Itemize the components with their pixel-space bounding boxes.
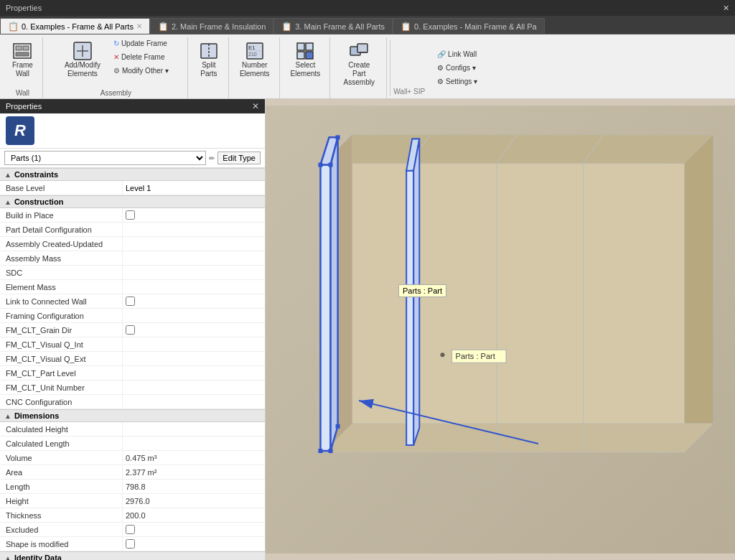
prop-length: Length 798.8 [0, 480, 265, 494]
link-wall-button[interactable]: 🔗 Link Wall [434, 48, 481, 60]
ribbon: FrameWall Wall Add/ModifyElements ↻ [0, 34, 735, 99]
delete-frame-label: Delete Frame [121, 53, 165, 61]
svg-rect-38 [318, 163, 322, 167]
dimensions-expand-icon: ▲ [4, 412, 11, 420]
section-dimensions: ▲ Dimensions [0, 409, 265, 422]
base-level-input[interactable] [126, 184, 262, 192]
excluded-checkbox[interactable] [126, 525, 135, 534]
update-frame-button[interactable]: ↻ Update Frame [110, 37, 172, 50]
prop-base-level-value[interactable] [122, 181, 265, 195]
construction-label: Construction [14, 197, 63, 206]
tab-examples-all-close[interactable]: ✕ [136, 22, 142, 30]
fm-clt-grain-checkbox[interactable] [126, 325, 135, 335]
number-elements-icon: E1 210 [245, 41, 265, 61]
tab-bar: 📋 0. Examples - Frame & All Parts ✕ 📋 2.… [0, 16, 735, 34]
prop-build-in-place: Build in Place [0, 208, 265, 223]
prop-calc-height-value [122, 422, 265, 436]
prop-height: Height 2976.0 [0, 494, 265, 508]
prop-fm-clt-grain-name: FM_CLT_Grain Dir [0, 323, 122, 337]
prop-sdc-value [122, 266, 265, 279]
modify-other-label: Modify Other ▾ [122, 67, 169, 75]
svg-marker-32 [406, 171, 413, 445]
delete-frame-button[interactable]: ✕ Delete Frame [110, 51, 172, 63]
configs-label: Configs ▾ [446, 64, 476, 72]
prop-shape-modified-value[interactable] [122, 537, 265, 551]
prop-cnc-config-name: CNC Configuration [0, 395, 122, 409]
prop-shape-modified: Shape is modified [0, 537, 265, 551]
prop-calc-height: Calculated Height [0, 422, 265, 437]
prop-fm-clt-visual-int-name: FM_CLT_Visual Q_Int [0, 337, 122, 351]
prop-cnc-config-value [122, 395, 265, 409]
construction-expand-icon: ▲ [4, 198, 11, 206]
tab-main-all-label: 3. Main Frame & All Parts [295, 22, 385, 31]
prop-thickness-value: 200.0 [122, 508, 265, 522]
prop-link-connected-wall-value[interactable] [122, 294, 265, 308]
create-part-button[interactable]: Create PartAssembly [336, 37, 382, 90]
prop-framing-config-value [122, 309, 265, 322]
properties-scroll[interactable]: ▲ Constraints Base Level ▲ Construction … [0, 168, 265, 560]
edit-type-button[interactable]: Edit Type [217, 151, 261, 164]
ribbon-group-add-modify-label: Assembly [100, 88, 131, 97]
build-in-place-checkbox[interactable] [126, 210, 135, 220]
viewport[interactable]: Parts : Part Parts : Part [266, 99, 735, 560]
update-frame-icon: ↻ [113, 39, 119, 47]
select-elements-icon [295, 41, 315, 61]
parts-bar: Parts (1) ✏ Edit Type [0, 149, 265, 168]
link-connected-wall-checkbox[interactable] [126, 297, 135, 306]
configs-button[interactable]: ⚙ Configs ▾ [434, 62, 481, 74]
svg-text:E1: E1 [248, 45, 256, 51]
prop-volume-name: Volume [0, 451, 122, 465]
svg-rect-14 [306, 43, 313, 50]
prop-volume-value: 0.475 m³ [122, 451, 265, 465]
tab-main-all[interactable]: 📋 3. Main Frame & All Parts [273, 18, 393, 34]
prop-build-in-place-value[interactable] [122, 208, 265, 222]
properties-title-bar: Properties ✕ [0, 99, 265, 113]
title-bar-close[interactable]: ✕ [723, 4, 729, 13]
properties-close-button[interactable]: ✕ [252, 101, 259, 111]
prop-cnc-config: CNC Configuration [0, 395, 265, 409]
prop-excluded-value[interactable] [122, 523, 265, 536]
settings-button[interactable]: ⚙ Settings ▾ [434, 75, 481, 88]
add-modify-button[interactable]: Add/ModifyElements [60, 37, 106, 82]
tab-main-insulation-label: 2. Main Frame & Insulation [172, 22, 266, 31]
prop-fm-clt-grain-value[interactable] [122, 323, 265, 337]
shape-modified-checkbox[interactable] [126, 539, 135, 549]
prop-fm-clt-part-level-name: FM_CLT_Part Level [0, 366, 122, 380]
select-elements-button[interactable]: SelectElements [286, 37, 326, 82]
add-modify-label: Add/ModifyElements [65, 61, 100, 78]
svg-rect-13 [297, 43, 304, 50]
prop-thickness-name: Thickness [0, 508, 122, 522]
tab-examples-all2[interactable]: 📋 0. Examples - Main Frame & All Pa [393, 18, 545, 34]
prop-element-mass-value [122, 280, 265, 294]
constraints-label: Constraints [14, 170, 58, 179]
frame-wall-button[interactable]: FrameWall [7, 37, 38, 82]
svg-rect-39 [318, 449, 322, 453]
configs-icon: ⚙ [437, 64, 444, 72]
prop-fm-clt-visual-int: FM_CLT_Visual Q_Int [0, 337, 265, 352]
prop-fm-clt-unit-number-name: FM_CLT_Unit Number [0, 381, 122, 394]
prop-fm-clt-grain: FM_CLT_Grain Dir [0, 323, 265, 337]
prop-excluded: Excluded [0, 523, 265, 537]
prop-fm-clt-visual-int-value [122, 337, 265, 351]
prop-element-mass-name: Element Mass [0, 280, 122, 294]
link-wall-label: Link Wall [448, 50, 477, 58]
ribbon-right-tools: 🔗 Link Wall ⚙ Configs ▾ ⚙ Settings ▾ [429, 37, 485, 98]
number-elements-button[interactable]: E1 210 NumberElements [235, 37, 275, 82]
prop-link-connected-wall-name: Link to Connected Wall [0, 294, 122, 308]
tab-main-insulation[interactable]: 📋 2. Main Frame & Insulation [150, 18, 273, 34]
ribbon-group-create-part: Create PartAssembly [332, 37, 387, 98]
tab-examples-all[interactable]: 📋 0. Examples - Frame & All Parts ✕ [0, 18, 150, 34]
tab-examples-all-label: 0. Examples - Frame & All Parts [22, 22, 134, 31]
parts-dropdown[interactable]: Parts (1) [4, 151, 206, 165]
svg-rect-2 [23, 46, 29, 50]
svg-rect-15 [297, 52, 304, 59]
split-parts-label: SplitParts [200, 61, 217, 78]
prop-sdc: SDC [0, 266, 265, 280]
frame-wall-icon [12, 41, 32, 61]
prop-fm-clt-visual-ext: FM_CLT_Visual Q_Ext [0, 352, 265, 366]
prop-fm-clt-part-level-value [122, 366, 265, 380]
split-parts-button[interactable]: SplitParts [194, 37, 224, 82]
modify-other-button[interactable]: ⚙ Modify Other ▾ [110, 65, 172, 77]
create-part-label: Create PartAssembly [341, 61, 377, 87]
svg-rect-42 [336, 135, 340, 139]
